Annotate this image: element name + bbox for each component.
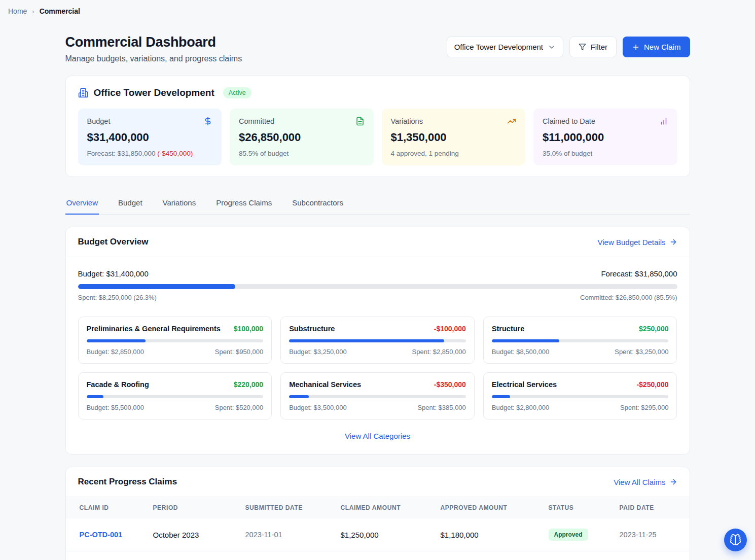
claim-row: PC-OTD-002 November 2023 2023-12-01 $2,8… (66, 551, 690, 560)
category-card: Substructure -$100,000 Budget: $3,250,00… (280, 317, 475, 364)
stat-budget-variance: (-$450,000) (157, 150, 193, 157)
category-name: Substructure (289, 325, 335, 333)
recent-claims-card: Recent Progress Claims View All Claims C… (65, 467, 690, 560)
category-spent: Spent: $520,000 (215, 404, 263, 411)
filter-button[interactable]: Filter (569, 37, 617, 57)
col-status: STATUS (543, 497, 614, 518)
dollar-icon (203, 117, 212, 126)
view-all-categories-link[interactable]: View All Categories (345, 432, 410, 440)
category-variance: $220,000 (234, 380, 263, 389)
budget-overview-title: Budget Overview (78, 237, 149, 247)
category-budget: Budget: $2,800,000 (492, 404, 550, 411)
header-controls: Office Tower Development Filter New Clai… (447, 37, 690, 57)
stat-claimed-label: Claimed to Date (543, 117, 595, 125)
breadcrumb-separator-icon: › (32, 8, 34, 15)
budget-overview-card: Budget Overview View Budget Details Budg… (65, 227, 690, 454)
claim-approved-amount: $2,750,000 (435, 551, 543, 560)
breadcrumb-current: Commercial (40, 7, 80, 15)
tab-budget[interactable]: Budget (117, 193, 143, 214)
claim-id-link[interactable]: PC-OTD-002 (66, 551, 147, 560)
claim-status-badge: Approved (549, 529, 588, 541)
ai-assistant-button[interactable] (724, 529, 747, 551)
tab-bar: Overview Budget Variations Progress Clai… (65, 193, 690, 215)
claim-row: PC-OTD-001 October 2023 2023-11-01 $1,25… (66, 518, 690, 551)
claims-table-header-row: CLAIM ID PERIOD SUBMITTED DATE CLAIMED A… (66, 497, 690, 518)
claim-submitted-date: 2023-11-01 (239, 518, 335, 551)
document-icon (355, 117, 365, 126)
stat-variations-value: $1,350,000 (391, 131, 517, 144)
building-icon (78, 88, 88, 98)
claims-table: CLAIM ID PERIOD SUBMITTED DATE CLAIMED A… (66, 497, 690, 560)
project-select[interactable]: Office Tower Development (447, 37, 563, 57)
overall-committed-label: Committed: $26,850,000 (85.5%) (580, 294, 677, 301)
claim-submitted-date: 2023-12-01 (239, 551, 335, 560)
project-stats: Budget $31,400,000 Forecast: $31,850,000… (78, 109, 677, 165)
project-status-badge: Active (223, 87, 251, 98)
stat-claimed-value: $11,000,000 (543, 131, 668, 144)
stat-committed-value: $26,850,000 (239, 131, 365, 144)
category-progress-bar (492, 395, 669, 398)
project-summary-card: Office Tower Development Active Budget $… (65, 76, 690, 177)
claim-claimed-amount: $1,250,000 (335, 518, 435, 551)
arrow-right-icon (669, 478, 677, 486)
category-budget: Budget: $3,250,000 (289, 348, 347, 356)
category-card: Electrical Services -$250,000 Budget: $2… (483, 372, 677, 419)
recent-claims-title: Recent Progress Claims (78, 477, 177, 487)
category-card: Preliminaries & General Requirements $10… (78, 317, 272, 364)
page-subtitle: Manage budgets, variations, and progress… (65, 54, 242, 63)
col-period: PERIOD (147, 497, 239, 518)
category-card: Structure $250,000 Budget: $8,500,000 Sp… (483, 317, 677, 364)
trending-up-icon (507, 117, 516, 126)
overall-progress-bar (78, 284, 677, 289)
category-budget: Budget: $8,500,000 (492, 348, 550, 356)
project-name: Office Tower Development (94, 87, 214, 98)
bar-chart-icon (659, 117, 668, 126)
category-progress-bar (87, 339, 264, 342)
claim-period: November 2023 (147, 551, 239, 560)
breadcrumb: Home › Commercial (0, 0, 755, 22)
arrow-right-icon (669, 238, 677, 246)
category-spent: Spent: $295,000 (620, 404, 668, 411)
category-name: Structure (492, 325, 524, 333)
category-name: Facade & Roofing (87, 380, 149, 389)
category-grid: Preliminaries & General Requirements $10… (78, 317, 677, 419)
claim-approved-amount: $1,180,000 (435, 518, 543, 551)
claim-period: October 2023 (147, 518, 239, 551)
category-spent: Spent: $3,250,000 (615, 348, 668, 356)
new-claim-button-label: New Claim (644, 43, 681, 51)
stat-budget-forecast: Forecast: $31,850,000 (87, 150, 156, 157)
page-header: Commercial Dashboard Manage budgets, var… (65, 34, 690, 63)
filter-button-label: Filter (591, 43, 607, 51)
tab-subcontractors[interactable]: Subcontractors (291, 193, 344, 214)
stat-budget-label: Budget (87, 117, 111, 125)
tab-variations[interactable]: Variations (162, 193, 197, 214)
filter-icon (579, 43, 586, 51)
new-claim-button[interactable]: New Claim (623, 37, 690, 57)
overall-budget-label: Budget: $31,400,000 (78, 269, 149, 278)
category-card: Facade & Roofing $220,000 Budget: $5,500… (78, 372, 272, 419)
category-budget: Budget: $2,850,000 (87, 348, 145, 356)
col-approved-amount: APPROVED AMOUNT (435, 497, 543, 518)
tab-progress-claims[interactable]: Progress Claims (215, 193, 273, 214)
breadcrumb-home[interactable]: Home (8, 7, 27, 15)
view-all-claims-label: View All Claims (614, 478, 665, 486)
view-budget-details-link[interactable]: View Budget Details (598, 238, 677, 247)
category-name: Electrical Services (492, 380, 557, 389)
overall-spent-label: Spent: $8,250,000 (26.3%) (78, 294, 157, 301)
claim-id-link[interactable]: PC-OTD-001 (66, 518, 147, 551)
col-claimed-amount: CLAIMED AMOUNT (335, 497, 435, 518)
stat-committed-sub: 85.5% of budget (239, 150, 289, 157)
claim-paid-date: 2023-11-25 (614, 518, 690, 551)
plus-icon (632, 43, 640, 51)
category-variance: $100,000 (234, 325, 263, 333)
view-all-claims-link[interactable]: View All Claims (614, 478, 677, 486)
stat-claimed-sub: 35.0% of budget (543, 150, 592, 157)
category-spent: Spent: $385,000 (417, 404, 465, 411)
category-variance: -$350,000 (434, 380, 466, 389)
stat-variations-label: Variations (391, 117, 423, 125)
category-name: Preliminaries & General Requirements (87, 325, 221, 333)
chevron-down-icon (548, 43, 556, 51)
stat-card-claimed: Claimed to Date $11,000,000 35.0% of bud… (533, 109, 677, 165)
brain-icon (730, 534, 741, 546)
tab-overview[interactable]: Overview (65, 193, 99, 215)
